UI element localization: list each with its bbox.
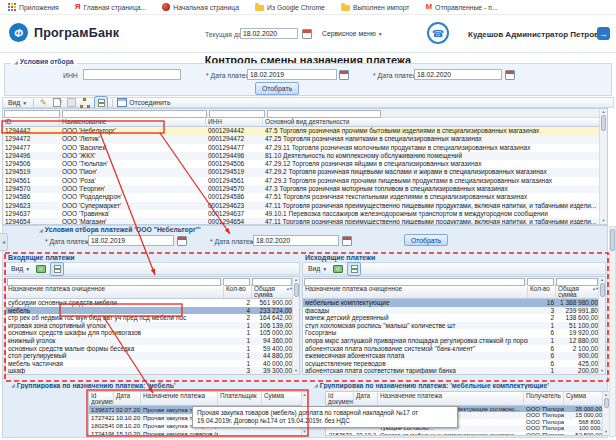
table-row[interactable]: книжный уголок194 360,00 [6,337,294,345]
table-row[interactable]: 172419815.10.20...Прочая закупка товаров… [89,430,303,436]
scroll-down-icon[interactable]: ▼ [604,429,608,435]
column-header-doc-id[interactable]: Id документа [89,392,114,405]
table-row[interactable]: абонентская плата соответствии тарифами … [303,367,600,375]
table-row[interactable]: основных средств шкафы для противогазов1… [6,329,294,337]
edit-form-icon[interactable]: ✎ [52,98,62,108]
filter-section-legend[interactable]: ◢ Условия отбора [11,58,77,65]
table-row[interactable]: основных средств малые формы беседка159 … [6,345,294,353]
table-row[interactable]: стр рек об недвиж гос мун бюд авт уч пре… [6,314,294,322]
table-row[interactable]: 1294472ООО 'Лютик'000129447247.25 Торгов… [3,135,600,143]
calendar-icon[interactable] [339,70,349,80]
hierarchy-icon[interactable] [80,98,90,108]
page-scrollbar[interactable] [609,226,616,437]
scroll-thumb[interactable] [294,283,299,297]
table-row[interactable]: 1294623ООО 'Супермаркет'000129462347.11 … [3,202,600,210]
table-row[interactable]: манеж детский деревянный2138 600,00 [303,314,600,322]
column-header-doc-id[interactable]: Id документа [326,392,354,405]
table-row[interactable]: 1294519ООО 'Пион'000129451947.29.2 Торго… [3,168,600,176]
column-header-inn[interactable]: ИНН [206,118,263,126]
column-header-activity[interactable]: Основной вид деятельности [263,118,607,126]
bookmark-import-folder[interactable]: Выполнен импорт [341,3,410,11]
column-header-payer[interactable]: Плательщик [218,392,262,405]
brand[interactable]: Ф ПрограмБанк [8,22,119,43]
table-row[interactable]: фасады3239 991,80 [303,307,600,315]
edit-icon[interactable]: ✎ [38,98,48,108]
table-row[interactable]: 1294477ООО 'Василек'000129447747.29.11 Т… [3,144,600,152]
view-button[interactable]: Вид ▼ [9,265,32,272]
date-to-input[interactable] [253,235,339,246]
table-row[interactable]: игровая зона спортивный уголок1106 139,0… [6,322,294,330]
date-to-input[interactable] [414,69,502,80]
column-header-purpose[interactable]: Назначение платежа очищенное [303,285,528,298]
scroll-thumb[interactable] [604,398,609,408]
scroll-thumb[interactable] [610,229,615,251]
date-from-input[interactable] [88,235,174,246]
bookmark-gmail[interactable]: M Отправленные - п... [425,3,497,11]
table-row[interactable]: мебель4233 224,00 [6,307,294,315]
collapse-panel-tab[interactable]: ◄ [0,233,8,251]
bookmark-yandex[interactable]: Я Главная страница... [75,3,146,11]
select-payments-button[interactable]: Отобрать [404,234,448,246]
column-header-purpose[interactable]: Назначение платежа [378,392,524,405]
table-row[interactable]: ежемесячная абонентская плата6900,00 [303,352,600,360]
table-row[interactable]: 1294570ООО 'Георгин'000129457047.3 Торго… [3,185,600,193]
table-row[interactable]: мебель частичная140 000,00 [6,360,294,368]
table-row[interactable]: мебельные комплектующие161 388 980,00 [303,299,600,307]
money-icon[interactable] [333,264,343,274]
table-row[interactable]: 1294637ООО 'Травинка'000129463749.10.1 П… [3,210,600,218]
table-row[interactable]: стул хохломская роспись "малыш" количест… [303,322,600,330]
scroll-thumb[interactable] [601,115,606,131]
table-row[interactable]: 1294586ООО 'Рододендрон'000129458647.51 … [3,193,600,201]
table-row[interactable]: осуществление переводов6425,00 [303,360,600,368]
calendar-icon[interactable] [177,236,187,246]
column-header-id[interactable]: ID [3,118,60,126]
vertical-scrollbar[interactable]: ▲ ▼ [602,392,609,435]
scroll-down-icon[interactable]: ▼ [303,429,307,435]
bookmark-apps[interactable]: Приложения [8,3,59,11]
bookmark-chrome-folder[interactable]: Из Google Chrome [255,3,325,11]
column-filter-input[interactable] [267,110,381,118]
current-date-input[interactable] [240,28,298,39]
detach-button[interactable]: Отсоединить [117,98,170,107]
scroll-down-icon[interactable]: ▼ [602,218,606,224]
group-outgoing-title[interactable]: ◢ Группировка по назначению платежа: 'ме… [308,380,608,389]
column-header-receiver[interactable]: Получатель [524,392,564,405]
select-button[interactable]: Отобрать [255,82,299,95]
table-row[interactable]: 1294654ООО 'Магазин'000129465447.11 Торг… [3,218,600,225]
vertical-scrollbar[interactable]: ▲ ▼ [292,277,299,374]
scroll-down-icon[interactable]: ▼ [600,368,604,374]
column-header-date[interactable]: Дата [114,392,141,405]
money-icon[interactable] [36,264,46,274]
payments-filter-legend[interactable]: ◢ Условия отбора платежей 'ООО "Небельто… [36,226,204,233]
table-row[interactable]: 1294442ООО 'Небельторг'000129444247.5 То… [3,127,600,135]
export-icon[interactable] [347,262,361,276]
logout-icon[interactable]: → [597,27,610,40]
inn-input[interactable] [83,69,181,80]
table-row[interactable]: 218767023.10.2Оплата за мебельные компле… [326,432,604,436]
table-row[interactable]: 1294496ООО 'ЖКХ'000129449681.10 Деятельн… [3,152,600,160]
column-header-date[interactable]: Дата [354,392,378,405]
view-button[interactable]: Вид ▼ [6,99,29,106]
column-header-sum[interactable]: Сумма [564,392,604,405]
column-header-total[interactable]: Общая сумма ▲▼ [556,285,600,298]
calendar-icon[interactable] [302,29,312,39]
column-filter-input[interactable] [62,110,207,118]
scroll-down-icon[interactable]: ▼ [294,368,298,374]
vertical-scrollbar[interactable]: ▲ ▼ [599,109,607,224]
table-row[interactable]: 1294506ООО 'Тюльпан'000129450647.29.12 Т… [3,160,600,168]
service-menu[interactable]: Сервисное меню ▼ [322,30,383,37]
table-row[interactable]: субсидии основных средств мебели2561 900… [6,299,294,307]
view-button[interactable]: Вид ▼ [306,265,329,272]
column-filter-input[interactable] [209,110,265,118]
scroll-up-icon[interactable]: ▲ [303,392,307,398]
table-row[interactable]: шкаф339 300,00 [6,367,294,375]
calendar-icon[interactable] [505,70,515,80]
calendar-icon[interactable] [342,236,352,246]
column-filter-input[interactable] [4,110,60,118]
column-header-purpose[interactable]: Назначение платежа очищенное [6,285,224,298]
column-header-purpose[interactable]: Назначение платежа [141,392,218,405]
scroll-thumb[interactable] [600,283,605,297]
phone-icon[interactable]: ☎ [427,22,449,44]
table-row[interactable]: стол регулируемый144 880,00 [6,352,294,360]
bookmark-start-page[interactable]: Начальная страница [162,3,239,11]
